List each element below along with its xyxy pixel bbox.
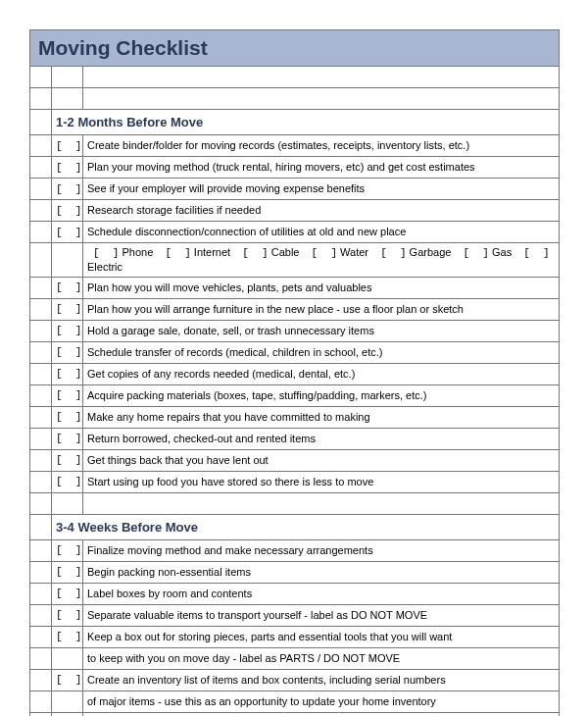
row-left-cell — [30, 647, 52, 669]
checklist-item-text: Label boxes by room and contents — [83, 583, 560, 604]
checklist-item-text: of major items - use this as an opportun… — [83, 690, 560, 712]
checklist-item-text: Make any home repairs that you have comm… — [83, 406, 560, 428]
row-left-cell — [30, 561, 52, 583]
row-check-cell-empty — [52, 647, 83, 669]
checkbox[interactable]: [ ] — [52, 712, 83, 716]
checkbox[interactable]: [ ] — [52, 222, 83, 243]
row-check-cell-empty — [52, 243, 83, 278]
checkbox[interactable]: [ ] — [52, 428, 83, 449]
section-heading: 1-2 Months Before Move — [52, 110, 560, 135]
spacer-cell — [30, 67, 52, 88]
checkbox[interactable]: [ ] — [52, 384, 83, 406]
row-left-cell — [30, 222, 52, 243]
checklist-item-text: to keep with you on move day - label as … — [83, 647, 560, 669]
row-left-cell — [30, 712, 52, 716]
checklist-item-text: Finalize moving method and make necessar… — [83, 539, 560, 561]
spacer-cell — [30, 492, 52, 514]
spacer-cell — [52, 67, 83, 88]
checkbox[interactable]: [ ] — [52, 200, 83, 222]
checklist-item-text: Plan how you will move vehicles, plants,… — [83, 277, 560, 298]
checkbox[interactable]: [ ] — [52, 604, 83, 626]
checklist-item-text: See if your employer will provide moving… — [83, 179, 560, 200]
checklist-item-text: Create an inventory list of items and bo… — [83, 669, 560, 690]
checklist-item-text: Get copies of any records needed (medica… — [83, 363, 560, 384]
checklist-item-text: Plan your moving method (truck rental, h… — [83, 157, 560, 179]
row-left-cell — [30, 277, 52, 298]
section-left-cell — [30, 110, 52, 135]
checklist-item-text: Get things back that you have lent out — [83, 449, 560, 471]
checklist-item-text: Schedule disconnection/connection of uti… — [83, 222, 560, 243]
row-left-cell — [30, 539, 52, 561]
moving-checklist-table: Moving Checklist1-2 Months Before Move[ … — [29, 29, 560, 716]
row-left-cell — [30, 471, 52, 492]
row-left-cell — [30, 384, 52, 406]
row-left-cell — [30, 135, 52, 157]
row-left-cell — [30, 341, 52, 363]
section-heading: 3-4 Weeks Before Move — [52, 514, 560, 539]
checklist-item-text: Start using up food you have stored so t… — [83, 471, 560, 492]
row-left-cell — [30, 669, 52, 690]
section-left-cell — [30, 514, 52, 539]
row-left-cell — [30, 298, 52, 320]
checkbox[interactable]: [ ] — [52, 669, 83, 690]
checklist-item-text: Create binder/folder for moving records … — [83, 135, 560, 157]
checkbox[interactable]: [ ] — [52, 561, 83, 583]
checkbox[interactable]: [ ] — [52, 363, 83, 384]
checkbox[interactable]: [ ] — [52, 298, 83, 320]
spacer-cell — [52, 88, 83, 110]
checklist-item-text: Begin packing non-essential items — [83, 561, 560, 583]
checkbox[interactable]: [ ] — [52, 583, 83, 604]
checklist-item-text: Acquire packing materials (boxes, tape, … — [83, 384, 560, 406]
row-left-cell — [30, 690, 52, 712]
checklist-item-text: Return borrowed, checked-out and rented … — [83, 428, 560, 449]
row-left-cell — [30, 157, 52, 179]
checkbox[interactable]: [ ] — [52, 471, 83, 492]
checklist-item-text: Hold a garage sale, donate, sell, or tra… — [83, 320, 560, 341]
row-left-cell — [30, 626, 52, 647]
row-left-cell — [30, 200, 52, 222]
checkbox[interactable]: [ ] — [52, 626, 83, 647]
checkbox[interactable]: [ ] — [52, 135, 83, 157]
spacer-cell — [83, 88, 560, 110]
row-left-cell — [30, 243, 52, 278]
checkbox[interactable]: [ ] — [52, 449, 83, 471]
row-left-cell — [30, 449, 52, 471]
spacer-cell — [30, 88, 52, 110]
sub-checklist: [ ] Phone [ ] Internet [ ] Cable [ ] Wat… — [83, 243, 560, 278]
row-left-cell — [30, 179, 52, 200]
page-title: Moving Checklist — [30, 30, 560, 67]
checkbox[interactable]: [ ] — [52, 539, 83, 561]
checklist-item-text: Plan how you will arrange furniture in t… — [83, 298, 560, 320]
checkbox[interactable]: [ ] — [52, 320, 83, 341]
checkbox[interactable]: [ ] — [52, 406, 83, 428]
checklist-item-text: Schedule transfer of records (medical, c… — [83, 341, 560, 363]
row-left-cell — [30, 583, 52, 604]
row-check-cell-empty — [52, 690, 83, 712]
checklist-item-text: Separate valuable items to transport you… — [83, 604, 560, 626]
checkbox[interactable]: [ ] — [52, 277, 83, 298]
checklist-item-text: Fill out a Change of Address form at a p… — [83, 712, 560, 716]
spacer-cell — [52, 492, 83, 514]
checklist-item-text: Research storage facilities if needed — [83, 200, 560, 222]
spacer-cell — [83, 67, 560, 88]
spacer-cell — [83, 492, 560, 514]
row-left-cell — [30, 363, 52, 384]
checkbox[interactable]: [ ] — [52, 341, 83, 363]
row-left-cell — [30, 604, 52, 626]
checklist-item-text: Keep a box out for storing pieces, parts… — [83, 626, 560, 647]
checkbox[interactable]: [ ] — [52, 179, 83, 200]
row-left-cell — [30, 320, 52, 341]
row-left-cell — [30, 406, 52, 428]
row-left-cell — [30, 428, 52, 449]
checkbox[interactable]: [ ] — [52, 157, 83, 179]
